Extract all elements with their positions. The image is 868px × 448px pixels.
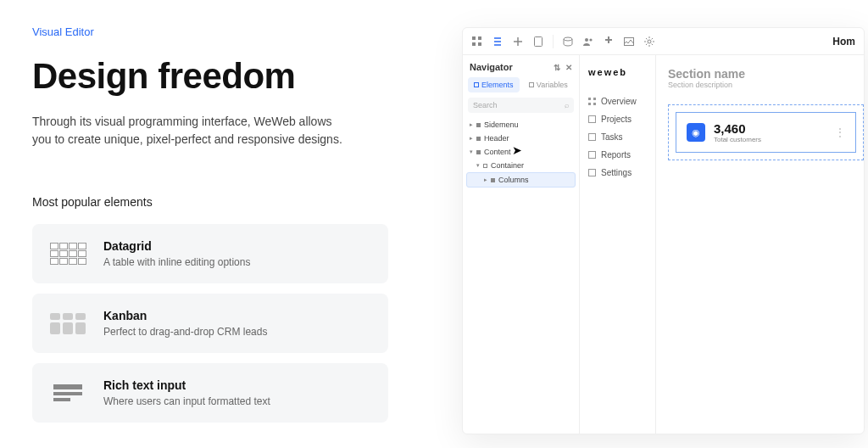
navigator-title: Navigator — [470, 62, 513, 72]
card-richtext[interactable]: Rich text input Where users can input fo… — [32, 363, 388, 423]
collapse-icon[interactable]: ⇅ — [554, 63, 560, 72]
card-menu-icon[interactable]: ⋮ — [835, 126, 845, 138]
menu-label: Tasks — [601, 132, 623, 142]
gear-icon — [588, 169, 596, 176]
svg-rect-4 — [535, 36, 542, 46]
overview-icon — [588, 98, 596, 105]
menu-label: Reports — [601, 150, 631, 160]
image-icon[interactable] — [623, 36, 635, 48]
eyebrow-label: Visual Editor — [32, 25, 405, 38]
menu-projects[interactable]: Projects — [588, 110, 647, 128]
page-description: Through its visual programming interface… — [32, 113, 346, 148]
card-title: Datagrid — [103, 239, 250, 253]
menu-label: Overview — [601, 97, 637, 106]
tab-variables-label: Variables — [537, 81, 568, 89]
tree-item-header[interactable]: ▸Header — [466, 132, 576, 145]
menu-tasks[interactable]: Tasks — [588, 128, 647, 146]
page-icon[interactable] — [532, 36, 544, 48]
card-desc: Perfect to drag-and-drop CRM leads — [103, 326, 267, 338]
breadcrumb-home[interactable]: Hom — [832, 36, 855, 48]
tree-item-columns[interactable]: ▸Columns — [466, 172, 576, 188]
tab-elements-label: Elements — [481, 81, 514, 89]
menu-overview[interactable]: Overview — [588, 92, 647, 110]
svg-rect-1 — [478, 36, 481, 40]
svg-point-9 — [648, 40, 651, 43]
card-desc: A table with inline editing options — [103, 256, 250, 268]
editor-toolbar: Hom — [463, 28, 864, 55]
tree-label: Columns — [498, 176, 529, 184]
apps-icon[interactable] — [471, 36, 483, 48]
tree-label: Header — [484, 134, 509, 143]
card-desc: Where users can input formatted text — [103, 395, 270, 407]
stat-label: Total customers — [714, 136, 761, 143]
stat-card[interactable]: ◉ 3,460 Total customers ⋮ — [676, 112, 856, 153]
database-icon[interactable] — [562, 36, 574, 48]
menu-settings[interactable]: Settings — [588, 164, 647, 182]
elements-tab-icon — [474, 82, 479, 87]
tab-variables[interactable]: Variables — [523, 77, 575, 92]
menu-label: Settings — [601, 168, 632, 177]
reports-icon — [588, 151, 596, 159]
tree-label: Content — [484, 148, 511, 156]
element-tree: ▸Sidemenu ▸Header ▾Content ▾Container ▸C… — [463, 118, 579, 188]
folder-icon — [588, 115, 596, 123]
editor-window: Hom Navigator ⇅ ✕ Elements Variables — [462, 27, 865, 434]
add-icon[interactable] — [512, 36, 524, 48]
close-icon[interactable]: ✕ — [565, 63, 572, 72]
stat-value: 3,460 — [714, 121, 761, 136]
section-title[interactable]: Section name — [668, 67, 864, 81]
customers-icon: ◉ — [687, 123, 705, 142]
svg-point-7 — [589, 38, 592, 41]
tree-item-content[interactable]: ▾Content — [466, 145, 576, 159]
svg-point-5 — [564, 37, 572, 41]
selected-columns-outline[interactable]: ◉ 3,460 Total customers ⋮ — [668, 104, 864, 160]
editor-canvas[interactable]: Section name Section description ◉ 3,460… — [656, 55, 864, 434]
svg-point-6 — [585, 38, 588, 42]
kanban-icon — [49, 309, 86, 338]
svg-rect-0 — [472, 36, 476, 40]
tasks-icon — [588, 133, 596, 141]
marketing-column: Visual Editor Design freedom Through its… — [32, 25, 405, 423]
tree-item-container[interactable]: ▾Container — [466, 159, 576, 172]
page-title: Design freedom — [32, 57, 405, 96]
search-icon: ⌕ — [565, 101, 569, 109]
richtext-icon — [49, 378, 86, 407]
navigator-panel: Navigator ⇅ ✕ Elements Variables Search — [463, 55, 580, 434]
plugin-icon[interactable] — [603, 36, 615, 48]
menu-label: Projects — [601, 115, 632, 124]
search-placeholder: Search — [473, 101, 498, 109]
tree-item-sidemenu[interactable]: ▸Sidemenu — [466, 118, 576, 132]
svg-rect-3 — [478, 42, 481, 46]
navigator-search[interactable]: Search ⌕ — [468, 98, 574, 113]
section-description[interactable]: Section description — [668, 81, 864, 89]
card-title: Rich text input — [103, 378, 270, 392]
tree-label: Container — [491, 161, 524, 170]
tab-elements[interactable]: Elements — [468, 77, 520, 92]
card-title: Kanban — [103, 309, 267, 322]
variables-tab-icon — [529, 82, 534, 87]
users-icon[interactable] — [582, 36, 594, 48]
brand-logo: weweb — [588, 67, 647, 77]
datagrid-icon — [49, 239, 86, 268]
tree-icon[interactable] — [492, 36, 504, 48]
toolbar-separator — [553, 35, 554, 48]
tree-label: Sidemenu — [484, 120, 519, 129]
app-sidebar: weweb Overview Projects Tasks Reports Se… — [580, 55, 656, 434]
settings-icon[interactable] — [643, 36, 655, 48]
element-cards: Datagrid A table with inline editing opt… — [32, 224, 405, 423]
elements-subheading: Most popular elements — [32, 195, 405, 209]
card-datagrid[interactable]: Datagrid A table with inline editing opt… — [32, 224, 388, 283]
svg-rect-2 — [472, 42, 476, 46]
card-kanban[interactable]: Kanban Perfect to drag-and-drop CRM lead… — [32, 294, 388, 353]
menu-reports[interactable]: Reports — [588, 146, 647, 164]
